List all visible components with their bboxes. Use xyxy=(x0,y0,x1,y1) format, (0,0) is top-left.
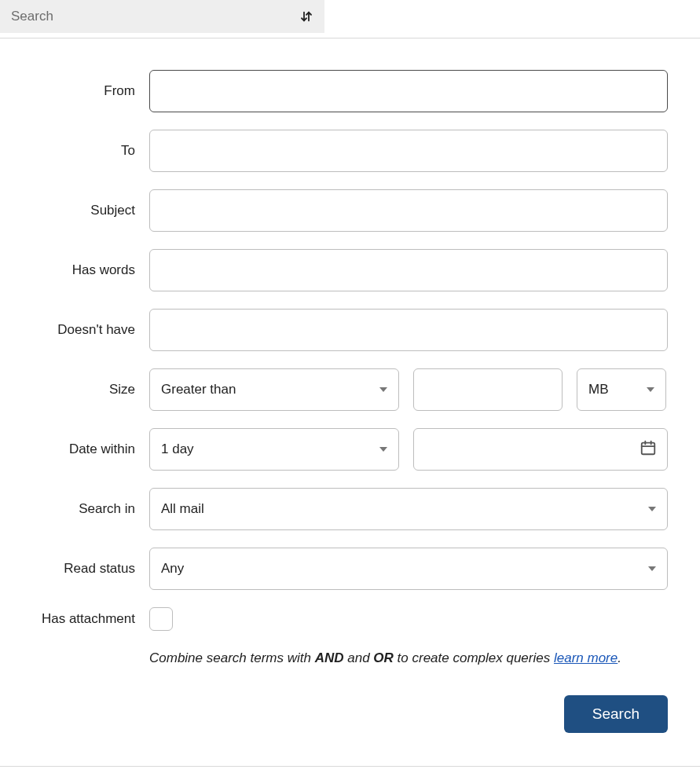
select-size-unit[interactable]: MB xyxy=(577,368,666,411)
chevron-down-icon xyxy=(648,566,656,571)
hint-mid: and xyxy=(344,650,374,665)
select-date-range-value: 1 day xyxy=(161,441,194,457)
label-date: Date within xyxy=(0,441,149,457)
select-read-status-value: Any xyxy=(161,561,184,577)
row-subject: Subject xyxy=(0,189,669,232)
hint-or: OR xyxy=(373,650,394,665)
input-doesnt-have[interactable] xyxy=(149,309,668,351)
chevron-down-icon xyxy=(647,387,654,392)
row-has-words: Has words xyxy=(0,249,669,291)
search-bar[interactable]: Search xyxy=(0,0,324,33)
chevron-down-icon xyxy=(379,447,387,452)
label-has-attachment: Has attachment xyxy=(0,611,149,627)
select-size-comparator[interactable]: Greater than xyxy=(149,368,399,411)
label-from: From xyxy=(0,83,149,99)
row-from: From xyxy=(0,70,669,112)
select-date-range[interactable]: 1 day xyxy=(149,428,399,471)
select-read-status[interactable]: Any xyxy=(149,548,668,590)
chevron-down-icon xyxy=(379,387,387,392)
bottom-divider xyxy=(0,766,700,767)
label-doesnt-have: Doesn't have xyxy=(0,322,149,338)
row-date: Date within 1 day xyxy=(0,428,669,471)
hint-and: AND xyxy=(315,650,344,665)
row-has-attachment: Has attachment xyxy=(0,607,669,631)
hint-period: . xyxy=(618,650,621,665)
hint-text: Combine search terms with AND and OR to … xyxy=(149,648,668,669)
hint-suffix: to create complex queries xyxy=(394,650,554,665)
learn-more-link[interactable]: learn more xyxy=(554,650,618,665)
filter-toggle-icon[interactable] xyxy=(299,9,313,24)
input-date[interactable] xyxy=(413,428,668,471)
label-search-in: Search in xyxy=(0,501,149,517)
row-read-status: Read status Any xyxy=(0,548,669,590)
select-search-in-value: All mail xyxy=(161,501,204,517)
row-size: Size Greater than MB xyxy=(0,368,669,411)
label-size: Size xyxy=(0,382,149,397)
input-has-words[interactable] xyxy=(149,249,668,291)
input-to[interactable] xyxy=(149,130,668,172)
input-size-value[interactable] xyxy=(413,368,563,411)
row-to: To xyxy=(0,130,669,172)
label-to: To xyxy=(0,143,149,159)
label-subject: Subject xyxy=(0,203,149,218)
select-search-in[interactable]: All mail xyxy=(149,488,668,530)
input-from[interactable] xyxy=(149,70,668,112)
input-subject[interactable] xyxy=(149,189,668,232)
label-has-words: Has words xyxy=(0,262,149,278)
search-button[interactable]: Search xyxy=(564,695,668,733)
row-doesnt-have: Doesn't have xyxy=(0,309,669,351)
row-search-in: Search in All mail xyxy=(0,488,669,530)
select-size-comparator-value: Greater than xyxy=(161,382,236,397)
chevron-down-icon xyxy=(648,507,656,511)
checkbox-has-attachment[interactable] xyxy=(149,607,173,631)
hint-prefix: Combine search terms with xyxy=(149,650,315,665)
advanced-search-form: From To Subject Has words Doesn't have S… xyxy=(0,38,700,757)
search-placeholder: Search xyxy=(11,9,53,24)
button-row: Search xyxy=(149,695,668,733)
select-size-unit-value: MB xyxy=(588,382,609,397)
label-read-status: Read status xyxy=(0,561,149,577)
